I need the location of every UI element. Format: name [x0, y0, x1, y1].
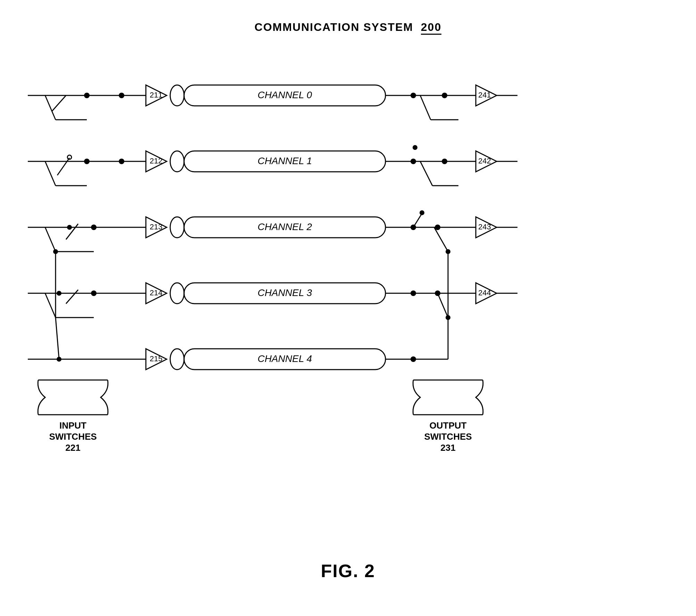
svg-point-44: [413, 145, 417, 150]
diagram: 211 CHANNEL 0 241: [17, 42, 677, 528]
svg-text:214: 214: [150, 288, 163, 297]
fig-label: FIG. 2: [321, 560, 375, 581]
svg-line-30: [57, 158, 69, 175]
svg-point-10: [170, 85, 184, 106]
svg-point-58: [170, 217, 184, 238]
svg-line-18: [420, 95, 431, 120]
svg-line-77: [45, 293, 56, 318]
svg-line-42: [420, 161, 432, 186]
fig-label-text: FIG. 2: [321, 561, 375, 581]
svg-text:243: 243: [478, 222, 491, 231]
svg-line-5: [45, 95, 56, 120]
svg-line-53: [45, 227, 56, 252]
svg-line-94: [438, 293, 448, 318]
svg-line-67: [413, 213, 422, 227]
svg-line-28: [45, 161, 56, 186]
svg-text:244: 244: [478, 288, 491, 297]
title-number: 200: [421, 21, 441, 35]
svg-text:212: 212: [150, 157, 163, 165]
svg-text:OUTPUT: OUTPUT: [430, 420, 467, 431]
svg-text:231: 231: [440, 442, 455, 453]
svg-text:242: 242: [478, 157, 491, 165]
svg-text:CHANNEL 0: CHANNEL 0: [258, 90, 312, 100]
svg-point-104: [170, 349, 184, 370]
svg-text:CHANNEL 1: CHANNEL 1: [258, 155, 312, 166]
svg-text:241: 241: [478, 91, 491, 99]
svg-text:CHANNEL 4: CHANNEL 4: [258, 353, 312, 364]
svg-line-7: [52, 95, 66, 111]
svg-text:221: 221: [65, 442, 80, 453]
svg-text:211: 211: [150, 91, 163, 99]
svg-text:SWITCHES: SWITCHES: [424, 431, 472, 442]
svg-line-101: [56, 318, 59, 359]
svg-text:215: 215: [150, 354, 163, 363]
title-area: COMMUNICATION SYSTEM 200: [0, 0, 696, 35]
svg-line-68: [434, 227, 448, 252]
svg-text:CHANNEL 3: CHANNEL 3: [258, 287, 312, 298]
svg-text:213: 213: [150, 222, 163, 231]
svg-text:INPUT: INPUT: [59, 420, 86, 431]
svg-text:CHANNEL 2: CHANNEL 2: [258, 221, 312, 232]
svg-text:SWITCHES: SWITCHES: [49, 431, 97, 442]
svg-point-111: [446, 315, 450, 320]
svg-point-34: [170, 151, 184, 172]
page-container: COMMUNICATION SYSTEM 200 211 CHANNEL 0: [0, 0, 696, 616]
svg-point-66: [420, 210, 424, 215]
svg-point-84: [170, 283, 184, 304]
title-text: COMMUNICATION SYSTEM 200: [255, 21, 441, 33]
svg-line-79: [66, 290, 78, 304]
